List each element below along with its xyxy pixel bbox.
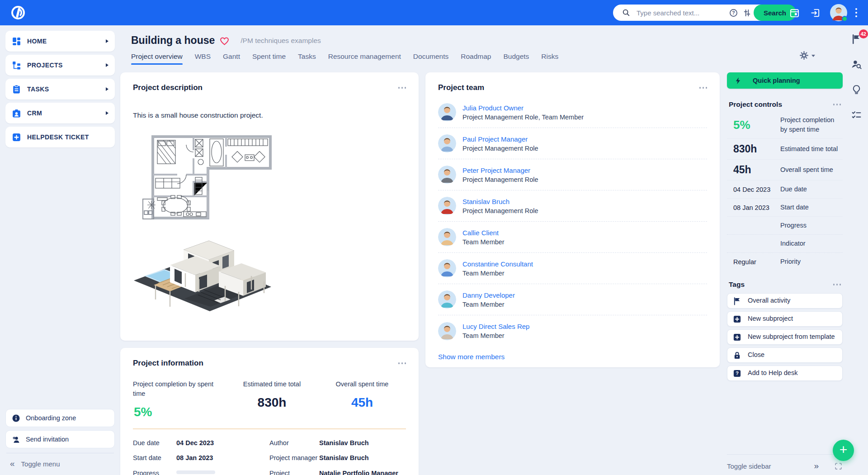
right-icon-rail: 42 — [845, 25, 868, 475]
app-logo-icon[interactable] — [10, 5, 26, 21]
member-avatar[interactable] — [438, 166, 456, 184]
user-avatar[interactable] — [830, 4, 847, 21]
member-avatar[interactable] — [438, 103, 456, 121]
chevron-right-icon — [106, 39, 108, 43]
lightbulb-icon[interactable] — [851, 84, 863, 96]
member-avatar[interactable] — [438, 197, 456, 215]
lock-icon — [733, 351, 741, 360]
page-settings[interactable] — [799, 51, 815, 60]
gear-icon — [799, 51, 809, 60]
breadcrumb[interactable]: /PM techniques examples — [241, 37, 321, 45]
search-filters-icon[interactable] — [742, 8, 751, 17]
member-role: Project Management Role, Team Member — [462, 114, 584, 121]
member-name-link[interactable]: Paul Project Manager — [462, 135, 538, 143]
add-new-fab-button[interactable]: + — [833, 440, 854, 461]
member-avatar[interactable] — [438, 259, 456, 277]
section-menu-icon[interactable] — [832, 102, 842, 107]
tab-spent-time[interactable]: Spent time — [252, 52, 286, 65]
right-sidebar-footer: Toggle sidebar » — [727, 454, 843, 471]
tab-wbs[interactable]: WBS — [195, 52, 211, 65]
detail-value: Stanislav Bruch — [319, 453, 369, 462]
checklist-icon[interactable] — [851, 109, 863, 121]
panel-menu-icon[interactable] — [397, 85, 407, 90]
online-status-dot — [842, 16, 848, 22]
tab-tasks[interactable]: Tasks — [298, 52, 316, 65]
control-label: Project completion by spent time — [780, 115, 843, 134]
search-icon — [622, 8, 631, 17]
calendar-icon[interactable] — [789, 7, 800, 18]
show-more-members-link[interactable]: Show more members — [438, 353, 707, 361]
sidebar-item-projects[interactable]: PROJECTS — [5, 55, 115, 76]
member-role: Team Member — [462, 238, 505, 246]
member-role: Project Management Role — [462, 176, 538, 183]
member-avatar[interactable] — [438, 134, 456, 152]
sidebar-item-home[interactable]: HOME — [5, 31, 115, 52]
detail-value: Natalie Portfolio Manager — [319, 469, 398, 475]
favorite-heart-icon[interactable] — [219, 36, 230, 46]
member-name-link[interactable]: Julia Product Owner — [462, 104, 584, 112]
tab-risks[interactable]: Risks — [541, 52, 558, 65]
user-search-icon[interactable] — [851, 59, 863, 71]
plus-square-icon — [733, 315, 741, 323]
sidebar-item-crm[interactable]: CRM — [5, 103, 115, 124]
member-avatar[interactable] — [438, 228, 456, 246]
sidebar-footer-send-invitation[interactable]: Send invitation — [5, 430, 115, 448]
toggle-sidebar-button[interactable]: Toggle sidebar — [727, 462, 814, 470]
sidebar-footer-onboarding-zone[interactable]: Onboarding zone — [5, 409, 115, 427]
member-role: Team Member — [462, 270, 533, 277]
member-name-link[interactable]: Constantine Consultant — [462, 260, 533, 268]
tab-documents[interactable]: Documents — [413, 52, 448, 65]
control-label: Progress — [780, 221, 843, 230]
quick-planning-button[interactable]: Quick planning — [727, 72, 843, 89]
tab-project-overview[interactable]: Project overview — [131, 52, 183, 65]
sidebar-item-tasks[interactable]: TASKS — [5, 79, 115, 100]
panel-menu-icon[interactable] — [397, 361, 407, 366]
panel-menu-icon[interactable] — [698, 85, 708, 90]
sidebar-item-helpdesk-ticket[interactable]: HELPDESK TICKET — [5, 127, 115, 147]
project-team-panel: Project team Julia Product OwnerProject … — [425, 72, 720, 367]
control-row-progress: Progress — [727, 217, 843, 235]
close-button[interactable]: Close — [727, 347, 843, 363]
info-divider — [133, 428, 406, 429]
member-name-link[interactable]: Lucy Direct Sales Rep — [462, 323, 529, 330]
detail-label: Start date — [133, 453, 176, 462]
panel-title: Project description — [133, 83, 203, 92]
search-help-icon[interactable]: ? — [729, 8, 738, 17]
member-avatar[interactable] — [438, 322, 456, 340]
detail-value: 08 Jan 2023 — [176, 453, 213, 462]
activity-flag-icon[interactable]: 42 — [851, 33, 863, 45]
tab-budgets[interactable]: Budgets — [503, 52, 529, 65]
new-subproject-button[interactable]: New subproject — [727, 311, 843, 327]
detail-label: Progress — [133, 469, 176, 475]
section-menu-icon[interactable] — [832, 282, 842, 287]
tasks-clipboard-icon — [12, 85, 21, 94]
search-input[interactable] — [637, 9, 726, 17]
control-label: Estimated time total — [780, 144, 843, 154]
tab-gantt[interactable]: Gantt — [223, 52, 240, 65]
stat-value: 830h — [258, 395, 287, 410]
chevrons-right-icon[interactable]: » — [814, 461, 819, 471]
logout-icon[interactable] — [810, 7, 821, 18]
control-row-overall-spent-time: 45hOverall spent time — [727, 160, 843, 180]
tab-resource-management[interactable]: Resource management — [328, 52, 401, 65]
overall-activity-button[interactable]: Overall activity — [727, 293, 843, 309]
member-name-link[interactable]: Callie Client — [462, 229, 505, 237]
projects-tree-icon — [12, 61, 21, 70]
detail-label: Project manager — [269, 453, 319, 462]
fullscreen-icon[interactable] — [834, 462, 843, 470]
add-to-help-desk-button[interactable]: ?Add to Help desk — [727, 366, 843, 381]
member-avatar[interactable] — [438, 290, 456, 309]
member-name-link[interactable]: Danny Developer — [462, 291, 515, 299]
svg-text:?: ? — [732, 10, 735, 15]
tab-roadmap[interactable]: Roadmap — [461, 52, 491, 65]
stat-label: Project completion by spent time — [133, 380, 226, 399]
sidebar-item-label: TASKS — [27, 86, 106, 93]
member-name-link[interactable]: Peter Project Manager — [462, 166, 538, 174]
toggle-menu-button[interactable]: « Toggle menu — [5, 459, 115, 469]
project-description-panel: Project description This is a small hous… — [120, 72, 419, 341]
new-subproject-from-template-button[interactable]: New subproject from template — [727, 329, 843, 345]
tab-bar: Project overviewWBSGanttSpent timeTasksR… — [131, 52, 558, 65]
topbar-more-menu-icon[interactable] — [855, 8, 857, 17]
question-square-icon: ? — [733, 369, 741, 378]
member-name-link[interactable]: Stanislav Bruch — [462, 198, 538, 205]
